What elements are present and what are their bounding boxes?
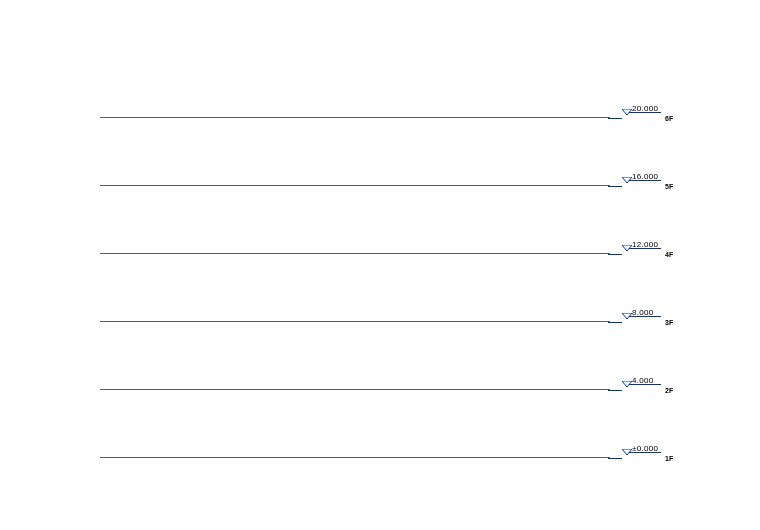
level-line bbox=[100, 457, 610, 458]
elevation-value: 20.000 bbox=[632, 104, 658, 113]
triangle-down-icon bbox=[622, 441, 632, 459]
elevation-marker: 8.0003F bbox=[608, 305, 748, 325]
marker-tail-line bbox=[608, 322, 622, 323]
floor-label: 6F bbox=[665, 115, 673, 122]
marker-tail-line bbox=[608, 458, 622, 459]
floor-label: 2F bbox=[665, 387, 673, 394]
elevation-marker: 12.0004F bbox=[608, 237, 748, 257]
triangle-down-icon bbox=[622, 305, 632, 323]
level-line bbox=[100, 389, 610, 390]
elevation-value: 12.000 bbox=[632, 240, 658, 249]
level-line bbox=[100, 253, 610, 254]
elevation-marker: 20.0006F bbox=[608, 101, 748, 121]
elevation-marker: 16.0005F bbox=[608, 169, 748, 189]
marker-tail-line bbox=[608, 118, 622, 119]
level-line bbox=[100, 185, 610, 186]
elevation-value: 4.000 bbox=[632, 376, 654, 385]
triangle-down-icon bbox=[622, 237, 632, 255]
elevation-canvas: 20.0006F16.0005F12.0004F8.0003F4.0002F±0… bbox=[0, 0, 760, 530]
floor-label: 5F bbox=[665, 183, 673, 190]
marker-tail-line bbox=[608, 186, 622, 187]
floor-label: 3F bbox=[665, 319, 673, 326]
triangle-down-icon bbox=[622, 373, 632, 391]
elevation-value: 8.000 bbox=[632, 308, 654, 317]
floor-label: 1F bbox=[665, 455, 673, 462]
level-line bbox=[100, 321, 610, 322]
marker-tail-line bbox=[608, 390, 622, 391]
elevation-value: ±0.000 bbox=[632, 444, 658, 453]
marker-tail-line bbox=[608, 254, 622, 255]
floor-label: 4F bbox=[665, 251, 673, 258]
triangle-down-icon bbox=[622, 169, 632, 187]
level-line bbox=[100, 117, 610, 118]
elevation-value: 16.000 bbox=[632, 172, 658, 181]
triangle-down-icon bbox=[622, 101, 632, 119]
elevation-marker: 4.0002F bbox=[608, 373, 748, 393]
elevation-marker: ±0.0001F bbox=[608, 441, 748, 461]
